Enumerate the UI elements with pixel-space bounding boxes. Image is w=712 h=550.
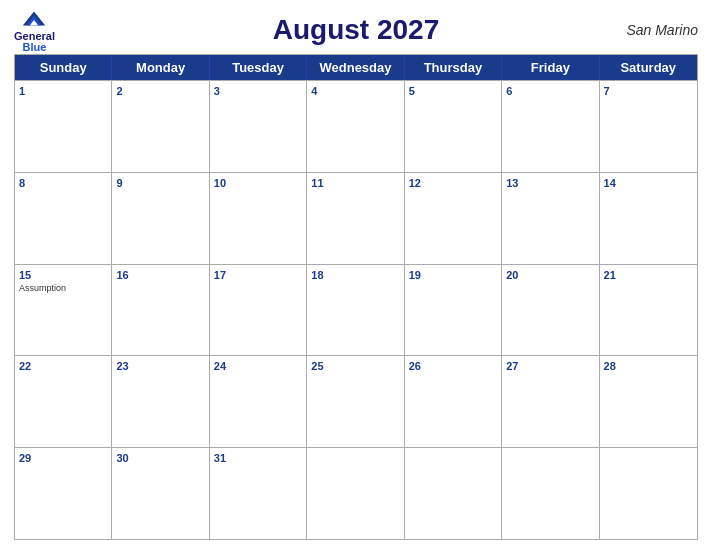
day-number: 26 bbox=[409, 359, 497, 373]
day-cell: 1 bbox=[15, 81, 112, 172]
day-cell: 24 bbox=[210, 356, 307, 447]
week-row-1: 1234567 bbox=[15, 80, 697, 172]
day-number: 15 bbox=[19, 268, 107, 282]
logo-icon bbox=[20, 10, 48, 30]
day-cell: 31 bbox=[210, 448, 307, 539]
day-number: 2 bbox=[116, 84, 204, 98]
day-cell: 23 bbox=[112, 356, 209, 447]
day-cell: 19 bbox=[405, 265, 502, 356]
day-cell: 25 bbox=[307, 356, 404, 447]
week-row-2: 891011121314 bbox=[15, 172, 697, 264]
day-cell: 4 bbox=[307, 81, 404, 172]
day-cell: 30 bbox=[112, 448, 209, 539]
day-cell: 3 bbox=[210, 81, 307, 172]
calendar: SundayMondayTuesdayWednesdayThursdayFrid… bbox=[14, 54, 698, 540]
day-cell: 2 bbox=[112, 81, 209, 172]
day-cell: 16 bbox=[112, 265, 209, 356]
day-number: 8 bbox=[19, 176, 107, 190]
day-number: 11 bbox=[311, 176, 399, 190]
day-number: 29 bbox=[19, 451, 107, 465]
day-number: 16 bbox=[116, 268, 204, 282]
day-cell: 15Assumption bbox=[15, 265, 112, 356]
day-cell: 27 bbox=[502, 356, 599, 447]
day-number: 28 bbox=[604, 359, 693, 373]
day-cell: 6 bbox=[502, 81, 599, 172]
day-cell: 10 bbox=[210, 173, 307, 264]
day-number: 13 bbox=[506, 176, 594, 190]
day-cell: 20 bbox=[502, 265, 599, 356]
day-number: 6 bbox=[506, 84, 594, 98]
country-label: San Marino bbox=[626, 22, 698, 38]
day-number: 25 bbox=[311, 359, 399, 373]
day-number: 14 bbox=[604, 176, 693, 190]
day-number: 7 bbox=[604, 84, 693, 98]
day-cell: 28 bbox=[600, 356, 697, 447]
day-cell: 22 bbox=[15, 356, 112, 447]
day-header-monday: Monday bbox=[112, 55, 209, 80]
day-number: 12 bbox=[409, 176, 497, 190]
day-cell: 9 bbox=[112, 173, 209, 264]
day-number: 19 bbox=[409, 268, 497, 282]
week-row-4: 22232425262728 bbox=[15, 355, 697, 447]
day-header-saturday: Saturday bbox=[600, 55, 697, 80]
week-row-3: 15Assumption161718192021 bbox=[15, 264, 697, 356]
day-header-thursday: Thursday bbox=[405, 55, 502, 80]
day-cell: 14 bbox=[600, 173, 697, 264]
day-number: 5 bbox=[409, 84, 497, 98]
day-number: 21 bbox=[604, 268, 693, 282]
logo: General Blue bbox=[14, 10, 55, 53]
day-header-wednesday: Wednesday bbox=[307, 55, 404, 80]
day-cell: 11 bbox=[307, 173, 404, 264]
day-number: 31 bbox=[214, 451, 302, 465]
day-cell bbox=[307, 448, 404, 539]
day-cell: 13 bbox=[502, 173, 599, 264]
day-cell: 5 bbox=[405, 81, 502, 172]
day-headers-row: SundayMondayTuesdayWednesdayThursdayFrid… bbox=[15, 55, 697, 80]
day-cell: 17 bbox=[210, 265, 307, 356]
page-title: August 2027 bbox=[273, 14, 440, 46]
day-cell: 7 bbox=[600, 81, 697, 172]
weeks-container: 123456789101112131415Assumption161718192… bbox=[15, 80, 697, 539]
day-cell: 8 bbox=[15, 173, 112, 264]
day-number: 22 bbox=[19, 359, 107, 373]
day-cell: 12 bbox=[405, 173, 502, 264]
day-header-friday: Friday bbox=[502, 55, 599, 80]
day-number: 9 bbox=[116, 176, 204, 190]
day-number: 24 bbox=[214, 359, 302, 373]
calendar-header: General Blue August 2027 San Marino bbox=[14, 10, 698, 50]
day-number: 18 bbox=[311, 268, 399, 282]
day-cell: 29 bbox=[15, 448, 112, 539]
day-number: 20 bbox=[506, 268, 594, 282]
day-cell bbox=[405, 448, 502, 539]
day-cell bbox=[600, 448, 697, 539]
day-header-sunday: Sunday bbox=[15, 55, 112, 80]
day-cell: 21 bbox=[600, 265, 697, 356]
day-number: 10 bbox=[214, 176, 302, 190]
day-number: 3 bbox=[214, 84, 302, 98]
day-cell bbox=[502, 448, 599, 539]
event-label: Assumption bbox=[19, 283, 107, 293]
day-number: 4 bbox=[311, 84, 399, 98]
day-number: 30 bbox=[116, 451, 204, 465]
day-cell: 18 bbox=[307, 265, 404, 356]
day-cell: 26 bbox=[405, 356, 502, 447]
day-number: 1 bbox=[19, 84, 107, 98]
week-row-5: 293031 bbox=[15, 447, 697, 539]
logo-line2: Blue bbox=[23, 42, 47, 53]
day-number: 27 bbox=[506, 359, 594, 373]
day-number: 17 bbox=[214, 268, 302, 282]
day-header-tuesday: Tuesday bbox=[210, 55, 307, 80]
day-number: 23 bbox=[116, 359, 204, 373]
